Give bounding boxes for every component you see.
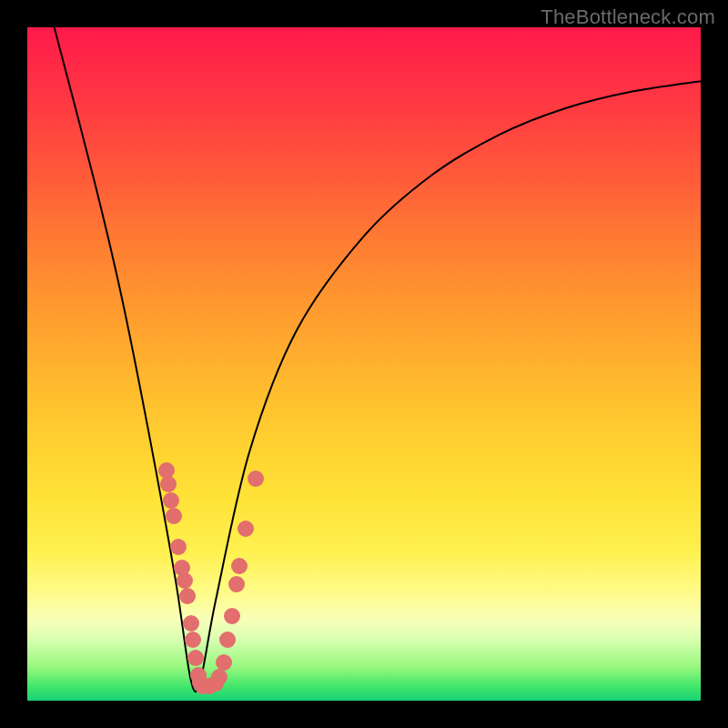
cluster-point [231,558,248,574]
cluster-point [238,521,254,537]
cluster-point [166,508,182,524]
bottleneck-curve [55,27,701,692]
cluster-point [183,615,199,632]
cluster-point [219,632,236,648]
cluster-point [163,492,179,509]
plot-area [27,27,701,701]
cluster-point [216,654,232,671]
cluster-point [170,539,187,555]
cluster-point [224,608,240,624]
cluster-point [177,572,193,589]
curve-svg [27,27,701,701]
cluster-point [187,650,204,666]
chart-frame: TheBottleneck.com [0,0,728,728]
cluster-point [185,632,201,648]
cluster-point [248,470,264,487]
cluster-point [228,576,245,592]
cluster-point [179,588,196,604]
watermark-text: TheBottleneck.com [541,5,715,29]
cluster-point [160,476,177,492]
cluster-marker-group [158,462,264,694]
cluster-point [211,669,228,685]
